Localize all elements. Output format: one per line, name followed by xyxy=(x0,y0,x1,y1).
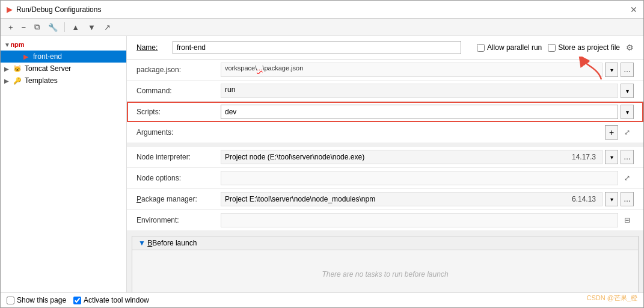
package-path-redline: ... xyxy=(257,64,262,72)
node-version-badge: 14.17.3 xyxy=(572,153,596,161)
node-options-expand[interactable]: ⤢ xyxy=(621,171,634,185)
settings-button[interactable]: 🔧 xyxy=(45,21,61,34)
close-button[interactable]: ✕ xyxy=(630,5,637,14)
sidebar-item-npm[interactable]: ▼ npm xyxy=(1,38,126,51)
run-debug-icon: ▶ xyxy=(7,5,13,14)
node-interpreter-browse[interactable]: … xyxy=(621,150,634,164)
package-manager-dropdown[interactable]: ▾ xyxy=(605,192,618,206)
form-area: Name: Allow parallel run Store as projec… xyxy=(127,36,643,292)
environment-input[interactable] xyxy=(221,213,618,227)
package-manager-value: Project E:\tool\server\node\node_modules… xyxy=(221,192,603,206)
show-page-label[interactable]: Show this page xyxy=(7,296,66,304)
environment-row: Environment: ⊟ xyxy=(127,210,643,231)
sidebar: ▼ npm ▶ front-end ▶ 🐱 Tomcat Server ▶ 🔑 … xyxy=(1,36,127,292)
before-launch-body: There are no tasks to run before launch xyxy=(132,250,638,292)
command-value: run xyxy=(221,84,618,98)
activate-window-label[interactable]: Activate tool window xyxy=(73,296,149,304)
command-label: Command: xyxy=(136,87,221,95)
scripts-label: Scripts: xyxy=(136,108,221,116)
remove-config-button[interactable]: − xyxy=(19,21,29,34)
command-dropdown[interactable]: ▾ xyxy=(621,84,634,98)
show-page-checkbox[interactable] xyxy=(7,297,14,304)
command-row: Command: run ▾ xyxy=(127,81,643,102)
scripts-row: Scripts: ▾ xyxy=(127,102,643,122)
sidebar-item-tomcat[interactable]: ▶ 🐱 Tomcat Server xyxy=(1,63,126,75)
package-json-row: package.json: vorkspace\...\package.json… xyxy=(127,60,643,81)
scripts-input[interactable] xyxy=(221,105,618,119)
node-interpreter-value: Project node (E:\tool\server\node\node.e… xyxy=(221,150,603,164)
node-interpreter-row: Node interpreter: Project node (E:\tool\… xyxy=(127,147,643,168)
arguments-label: Arguments: xyxy=(136,128,221,137)
template-icon: 🔑 xyxy=(13,76,22,85)
window-title: Run/Debug Configurations xyxy=(16,5,101,14)
scripts-dropdown[interactable]: ▾ xyxy=(621,105,634,119)
store-as-project-checkbox[interactable] xyxy=(548,44,556,52)
node-interpreter-label: Node interpreter: xyxy=(136,153,221,161)
before-launch-empty-text: There are no tasks to run before launch xyxy=(322,270,448,279)
copy-config-button[interactable]: ⧉ xyxy=(31,20,43,34)
toolbar-divider xyxy=(64,22,65,32)
package-json-value: vorkspace\...\package.json xyxy=(221,63,603,77)
node-options-input[interactable] xyxy=(221,171,618,185)
allow-parallel-checkbox[interactable] xyxy=(477,44,485,52)
before-launch-header: ▼ BBefore launch xyxy=(132,236,638,250)
watermark: CSDN @芒果_橙 xyxy=(586,294,637,303)
environment-expand[interactable]: ⊟ xyxy=(621,213,634,227)
add-config-button[interactable]: + xyxy=(5,21,16,34)
node-interpreter-dropdown[interactable]: ▾ xyxy=(605,150,618,164)
move-down-button[interactable]: ▼ xyxy=(85,21,99,34)
activate-window-checkbox[interactable] xyxy=(73,297,81,304)
gear-button[interactable]: ⚙ xyxy=(626,43,634,52)
package-json-browse[interactable]: … xyxy=(621,63,634,77)
tomcat-label: Tomcat Server xyxy=(25,64,71,73)
name-label: Name: xyxy=(136,43,167,52)
bottom-bar: Show this page Activate tool window xyxy=(1,292,643,307)
package-manager-row: Package manager: Project E:\tool\server\… xyxy=(127,189,643,210)
package-json-dropdown[interactable]: ▾ xyxy=(605,63,618,77)
title-bar: ▶ Run/Debug Configurations ✕ xyxy=(1,1,643,19)
templates-label: Templates xyxy=(25,76,58,85)
move-up-button[interactable]: ▲ xyxy=(69,21,82,34)
tomcat-arrow: ▶ xyxy=(4,66,13,72)
tomcat-icon: 🐱 xyxy=(13,64,22,73)
sidebar-item-templates[interactable]: ▶ 🔑 Templates xyxy=(1,75,126,87)
sidebar-item-frontend[interactable]: ▶ front-end xyxy=(1,51,126,63)
package-manager-label: Package manager: xyxy=(136,195,221,203)
allow-parallel-label[interactable]: Allow parallel run xyxy=(477,43,542,52)
package-manager-browse[interactable]: … xyxy=(621,192,634,206)
arguments-expand-button[interactable]: ⤢ xyxy=(621,125,634,140)
environment-label: Environment: xyxy=(136,216,221,224)
before-launch-section: ▼ BBefore launch There are no tasks to r… xyxy=(132,236,639,292)
package-manager-version: 6.14.13 xyxy=(572,195,596,203)
store-as-project-label[interactable]: Store as project file xyxy=(548,43,620,52)
npm-icon: npm xyxy=(13,40,22,49)
name-row: Name: Allow parallel run Store as projec… xyxy=(127,36,643,60)
toolbar: + − ⧉ 🔧 ▲ ▼ ↗ xyxy=(1,19,643,36)
frontend-label: front-end xyxy=(33,52,62,61)
node-options-row: Node options: ⤢ xyxy=(127,168,643,189)
node-options-label: Node options: xyxy=(136,174,221,182)
move-button[interactable]: ↗ xyxy=(101,21,114,34)
templates-arrow: ▶ xyxy=(4,78,13,84)
name-input[interactable] xyxy=(173,41,461,54)
arguments-add-button[interactable]: + xyxy=(605,125,618,140)
arguments-row: Arguments: + ⤢ xyxy=(127,122,643,143)
run-icon: ▶ xyxy=(21,52,31,61)
package-json-label: package.json: xyxy=(136,66,221,74)
